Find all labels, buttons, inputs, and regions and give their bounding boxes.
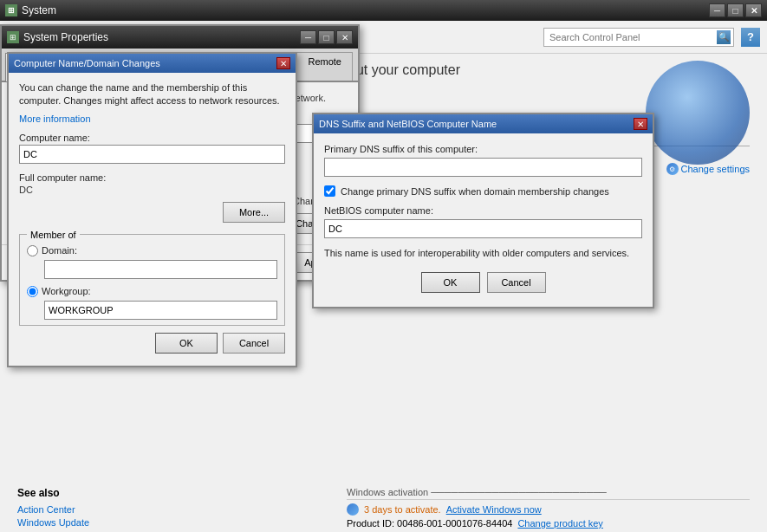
- win-product-id-row: Product ID: 00486-001-0001076-84404 Chan…: [347, 518, 750, 529]
- computer-name-input[interactable]: [19, 145, 285, 164]
- cp-window-buttons: ─ □ ✕: [709, 3, 762, 17]
- cp-maximize-button[interactable]: □: [727, 3, 744, 17]
- system-props-titlebar: ⊞ System Properties ─ □ ✕: [2, 26, 358, 49]
- see-also-section: See also Action Center Windows Update: [17, 487, 173, 531]
- windows-activation-section: Windows activation ─────────────────────…: [347, 487, 750, 531]
- primary-dns-label: Primary DNS suffix of this computer:: [324, 144, 642, 154]
- change-settings-link[interactable]: ⚙ Change settings: [666, 163, 751, 175]
- system-props-maximize[interactable]: □: [318, 30, 335, 44]
- see-also-title: See also: [17, 487, 173, 499]
- cn-changes-close-button[interactable]: ✕: [276, 57, 290, 69]
- system-props-minimize[interactable]: ─: [300, 30, 316, 44]
- cn-changes-title: Computer Name/Domain Changes: [14, 58, 276, 68]
- dns-cancel-button[interactable]: Cancel: [487, 272, 546, 293]
- cp-close-button[interactable]: ✕: [745, 3, 762, 17]
- system-props-icon: ⊞: [7, 31, 19, 43]
- dns-title: DNS Suffix and NetBIOS Computer Name: [319, 119, 634, 129]
- domain-radio[interactable]: [27, 245, 38, 256]
- system-icon: ⊞: [5, 4, 17, 16]
- windows-activation-icon: [347, 503, 359, 516]
- cp-minimize-button[interactable]: ─: [709, 3, 725, 17]
- action-center-link[interactable]: Action Center: [17, 504, 173, 515]
- cn-cancel-button[interactable]: Cancel: [223, 333, 285, 354]
- dns-body: Primary DNS suffix of this computer: Cha…: [314, 133, 653, 307]
- dns-change-checkbox[interactable]: [324, 185, 335, 197]
- full-computer-name-label: Full computer name:: [19, 172, 285, 183]
- days-to-activate: 3 days to activate.: [364, 504, 441, 515]
- workgroup-radio[interactable]: [27, 286, 38, 297]
- product-id: Product ID: 00486-001-0001076-84404: [347, 518, 512, 529]
- primary-dns-input[interactable]: [324, 158, 642, 177]
- dns-checkbox-label: Change primary DNS suffix when domain me…: [341, 186, 609, 197]
- activate-now-link[interactable]: Activate Windows now: [446, 504, 542, 515]
- search-box: 🔍: [543, 28, 734, 47]
- dns-titlebar: DNS Suffix and NetBIOS Computer Name ✕: [314, 114, 653, 133]
- windows-update-link[interactable]: Windows Update: [17, 517, 173, 528]
- cn-changes-buttons: OK Cancel: [19, 326, 285, 357]
- dns-buttons: OK Cancel: [324, 269, 642, 296]
- cn-ok-button[interactable]: OK: [155, 333, 218, 354]
- netbios-input[interactable]: [324, 219, 642, 238]
- cn-changes-body: You can change the name and the membersh…: [9, 73, 296, 366]
- dns-close-button[interactable]: ✕: [634, 118, 647, 130]
- dns-checkbox-row: Change primary DNS suffix when domain me…: [324, 185, 642, 197]
- change-settings-icon: ⚙: [666, 163, 679, 175]
- cn-changes-desc: You can change the name and the membersh…: [19, 81, 285, 108]
- system-props-close[interactable]: ✕: [336, 30, 353, 44]
- cn-changes-titlebar: Computer Name/Domain Changes ✕: [9, 54, 296, 73]
- domain-radio-label: Domain:: [42, 245, 77, 256]
- bottom-section: See also Action Center Windows Update Wi…: [17, 487, 750, 531]
- help-button[interactable]: ?: [741, 28, 760, 47]
- workgroup-input[interactable]: [44, 301, 277, 320]
- dns-ok-button[interactable]: OK: [421, 272, 480, 293]
- search-input[interactable]: [543, 28, 734, 47]
- member-of-legend: Member of: [27, 230, 80, 240]
- domain-radio-row: Domain:: [27, 245, 277, 256]
- windows-logo-decoration: [646, 61, 750, 165]
- win-activation-row: 3 days to activate. Activate Windows now: [347, 503, 750, 516]
- more-info-link[interactable]: More information: [19, 114, 91, 124]
- change-product-key-link[interactable]: Change product key: [517, 518, 602, 529]
- netbios-label: NetBIOS computer name:: [324, 205, 642, 216]
- domain-input[interactable]: [44, 260, 277, 279]
- search-icon[interactable]: 🔍: [717, 30, 731, 44]
- workgroup-radio-row: Workgroup:: [27, 286, 277, 297]
- member-of-fieldset: Member of Domain: Workgroup:: [19, 230, 285, 326]
- workgroup-radio-label: Workgroup:: [42, 286, 91, 296]
- computer-name-label: Computer name:: [19, 133, 285, 143]
- win-activation-title: Windows activation ─────────────────────…: [347, 487, 750, 500]
- dns-dialog: DNS Suffix and NetBIOS Computer Name ✕ P…: [312, 113, 654, 308]
- cp-window-title: System: [22, 4, 709, 16]
- full-computer-name-value: DC: [19, 185, 285, 195]
- cn-changes-dialog: Computer Name/Domain Changes ✕ You can c…: [7, 52, 297, 367]
- more-button[interactable]: More...: [223, 202, 285, 223]
- dns-desc: This name is used for interoperability w…: [324, 247, 642, 260]
- tab-remote[interactable]: Remote: [296, 52, 353, 81]
- cp-titlebar: ⊞ System ─ □ ✕: [0, 0, 767, 21]
- system-props-title: System Properties: [23, 31, 298, 43]
